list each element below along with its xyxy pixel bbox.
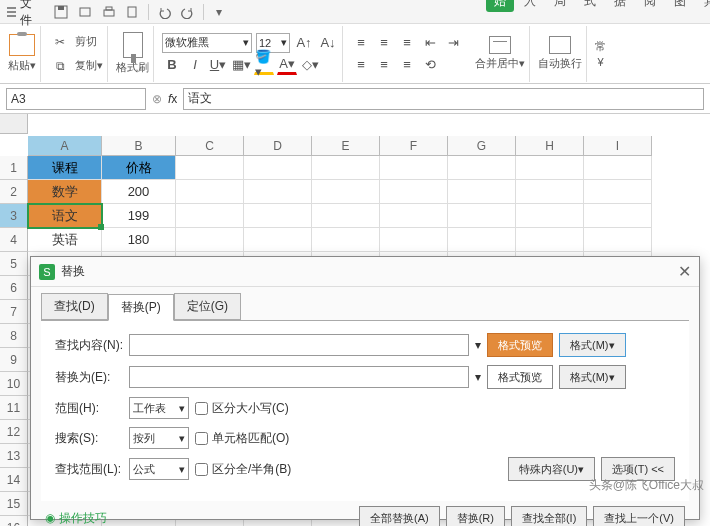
row-head-2[interactable]: 2 <box>0 180 28 204</box>
dlg-tab-replace[interactable]: 替换(P) <box>108 294 174 321</box>
tab-dev[interactable]: 开发工具 <box>696 0 710 12</box>
row-head-3[interactable]: 3 <box>0 204 28 228</box>
increase-font-icon[interactable]: A↑ <box>294 33 314 53</box>
row-head-13[interactable]: 13 <box>0 444 28 468</box>
align-left-icon[interactable]: ≡ <box>351 55 371 75</box>
cell-E4[interactable] <box>312 228 380 252</box>
special-button[interactable]: 特殊内容(U) ▾ <box>508 457 595 481</box>
cell-F3[interactable] <box>380 204 448 228</box>
scope-select[interactable]: 工作表▾ <box>129 397 189 419</box>
cell-E2[interactable] <box>312 180 380 204</box>
font-name-select[interactable]: 微软雅黑▾ <box>162 33 252 53</box>
redo-icon[interactable] <box>179 3 197 21</box>
undo-icon[interactable] <box>155 3 173 21</box>
file-menu[interactable]: 文件 <box>6 0 36 29</box>
col-head-C[interactable]: C <box>176 136 244 156</box>
find-input-dropdown-icon[interactable]: ▾ <box>475 338 481 352</box>
italic-icon[interactable]: I <box>185 55 205 75</box>
cell-D3[interactable] <box>244 204 312 228</box>
cell-I3[interactable] <box>584 204 652 228</box>
tab-layout[interactable]: 页面布局 <box>546 0 574 12</box>
row-head-15[interactable]: 15 <box>0 492 28 516</box>
match-case-check[interactable]: 区分大小写(C) <box>195 400 289 417</box>
find-prev-button[interactable]: 查找上一个(V) <box>593 506 685 526</box>
tab-start[interactable]: 开始 <box>486 0 514 12</box>
find-input[interactable] <box>129 334 469 356</box>
lookin-select[interactable]: 公式▾ <box>129 458 189 480</box>
cell-H4[interactable] <box>516 228 584 252</box>
font-color-icon[interactable]: A▾ <box>277 55 297 75</box>
cell-D2[interactable] <box>244 180 312 204</box>
dlg-tab-find[interactable]: 查找(D) <box>41 293 108 320</box>
row-head-14[interactable]: 14 <box>0 468 28 492</box>
cancel-formula-icon[interactable]: ⊗ <box>152 92 162 106</box>
row-head-9[interactable]: 9 <box>0 348 28 372</box>
row-head-8[interactable]: 8 <box>0 324 28 348</box>
cell-H2[interactable] <box>516 180 584 204</box>
row-head-12[interactable]: 12 <box>0 420 28 444</box>
border-icon[interactable]: ▦▾ <box>231 55 251 75</box>
paste-icon[interactable] <box>9 34 35 56</box>
cell-I1[interactable] <box>584 156 652 180</box>
tab-review[interactable]: 审阅 <box>636 0 664 12</box>
tab-data[interactable]: 数据 <box>606 0 634 12</box>
dlg-tab-goto[interactable]: 定位(G) <box>174 293 241 320</box>
replace-button[interactable]: 替换(R) <box>446 506 505 526</box>
format-btn-find[interactable]: 格式(M) ▾ <box>559 333 626 357</box>
cell-F1[interactable] <box>380 156 448 180</box>
row-head-7[interactable]: 7 <box>0 300 28 324</box>
replace-all-button[interactable]: 全部替换(A) <box>359 506 440 526</box>
col-head-E[interactable]: E <box>312 136 380 156</box>
align-center-icon[interactable]: ≡ <box>374 55 394 75</box>
format-painter-icon[interactable] <box>123 32 143 58</box>
indent-left-icon[interactable]: ⇤ <box>420 33 440 53</box>
fill-color-icon[interactable]: 🪣▾ <box>254 55 274 75</box>
col-head-H[interactable]: H <box>516 136 584 156</box>
row-head-16[interactable]: 16 <box>0 516 28 526</box>
cell-G3[interactable] <box>448 204 516 228</box>
cell-B4[interactable]: 180 <box>102 228 176 252</box>
row-head-6[interactable]: 6 <box>0 276 28 300</box>
row-head-5[interactable]: 5 <box>0 252 28 276</box>
cell-C1[interactable] <box>176 156 244 180</box>
close-icon[interactable]: ✕ <box>678 262 691 281</box>
search-select[interactable]: 按列▾ <box>129 427 189 449</box>
dropdown-icon[interactable]: ▾ <box>210 3 228 21</box>
row-head-10[interactable]: 10 <box>0 372 28 396</box>
tips-link[interactable]: ◉ 操作技巧 <box>45 510 107 527</box>
col-head-B[interactable]: B <box>102 136 176 156</box>
replace-input[interactable] <box>129 366 469 388</box>
currency-icon[interactable]: ¥ <box>597 56 603 68</box>
export-icon[interactable] <box>124 3 142 21</box>
cell-B3[interactable]: 199 <box>102 204 176 228</box>
format-btn-replace[interactable]: 格式(M) ▾ <box>559 365 626 389</box>
cell-H3[interactable] <box>516 204 584 228</box>
decrease-font-icon[interactable]: A↓ <box>318 33 338 53</box>
cell-E3[interactable] <box>312 204 380 228</box>
tab-view[interactable]: 视图 <box>666 0 694 12</box>
find-all-button[interactable]: 查找全部(I) <box>511 506 587 526</box>
cell-A1[interactable]: 课程 <box>28 156 102 180</box>
cell-A2[interactable]: 数学 <box>28 180 102 204</box>
print-icon[interactable] <box>100 3 118 21</box>
cell-F4[interactable] <box>380 228 448 252</box>
clear-format-icon[interactable]: ◇▾ <box>300 55 320 75</box>
print-preview-icon[interactable] <box>76 3 94 21</box>
cell-B2[interactable]: 200 <box>102 180 176 204</box>
cell-I2[interactable] <box>584 180 652 204</box>
col-head-D[interactable]: D <box>244 136 312 156</box>
row-head-4[interactable]: 4 <box>0 228 28 252</box>
bold-icon[interactable]: B <box>162 55 182 75</box>
select-all-corner[interactable] <box>0 114 28 134</box>
match-cell-check[interactable]: 单元格匹配(O) <box>195 430 289 447</box>
align-right-icon[interactable]: ≡ <box>397 55 417 75</box>
cell-A4[interactable]: 英语 <box>28 228 102 252</box>
cell-D4[interactable] <box>244 228 312 252</box>
wrap-icon[interactable] <box>549 36 571 54</box>
options-button[interactable]: 选项(T) << <box>601 457 675 481</box>
replace-input-dropdown-icon[interactable]: ▾ <box>475 370 481 384</box>
tab-formula[interactable]: 公式 <box>576 0 604 12</box>
tab-insert[interactable]: 插入 <box>516 0 544 12</box>
save-icon[interactable] <box>52 3 70 21</box>
orientation-icon[interactable]: ⟲ <box>420 55 440 75</box>
